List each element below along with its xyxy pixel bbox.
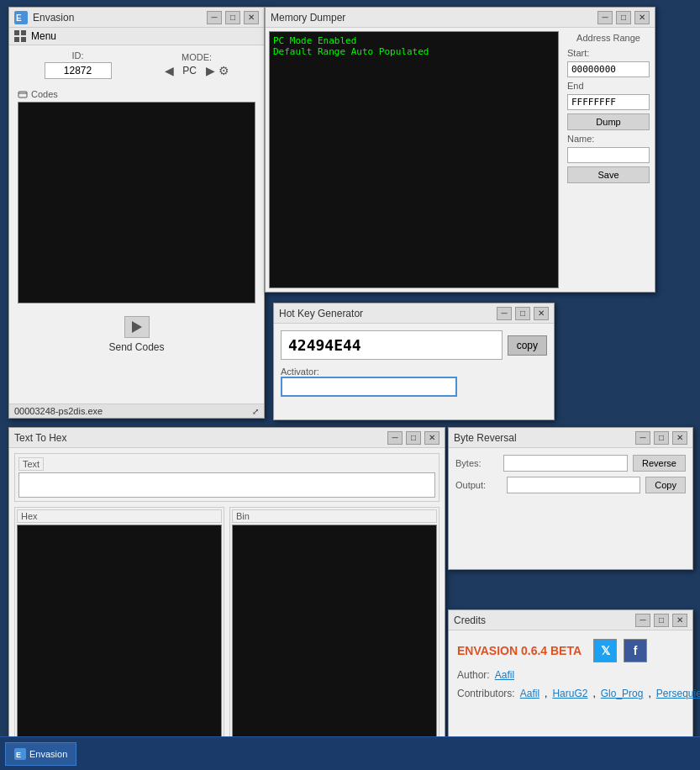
id-mode-row: ID: MODE: ◀ PC ▶ ⚙ [9, 45, 264, 84]
t2h-maximize[interactable]: □ [406, 431, 421, 445]
end-address-input[interactable] [567, 94, 650, 110]
credits-maximize[interactable]: □ [654, 614, 669, 627]
bytes-input[interactable] [503, 455, 628, 472]
reverse-button[interactable]: Reverse [633, 455, 686, 472]
codes-textarea[interactable] [18, 102, 255, 303]
t2h-hex-textarea[interactable] [17, 525, 222, 746]
output-input[interactable] [507, 477, 640, 493]
hotkey-maximize[interactable]: □ [515, 307, 530, 320]
send-codes-label: Send Codes [108, 341, 164, 353]
id-input[interactable] [45, 62, 112, 79]
credits-minimize[interactable]: ─ [635, 614, 650, 627]
hotkey-minimize[interactable]: ─ [497, 307, 512, 320]
mode-next-button[interactable]: ▶ [206, 64, 215, 77]
text-to-hex-title: Text To Hex [14, 432, 387, 444]
contrib2-link[interactable]: HaruG2 [552, 688, 587, 699]
br-close[interactable]: ✕ [672, 431, 687, 445]
mode-controls: ◀ PC ▶ ⚙ [165, 64, 229, 77]
br-maximize[interactable]: □ [654, 431, 669, 445]
envasion-icon: E [14, 11, 28, 24]
credits-close[interactable]: ✕ [672, 614, 687, 627]
credits-title: Credits [454, 614, 635, 626]
envasion-controls: ─ □ ✕ [207, 11, 259, 24]
play-icon [132, 321, 142, 333]
contrib4-link[interactable]: Persequie [656, 688, 700, 699]
envasion-menubar[interactable]: Menu [9, 28, 264, 45]
memory-dumper-minimize[interactable]: ─ [597, 11, 613, 24]
bytes-label: Bytes: [455, 458, 498, 468]
author-link[interactable]: Aafil [495, 669, 514, 681]
memory-output-display: PC Mode Enabled Default Range Auto Popul… [269, 31, 559, 288]
codes-icon [18, 89, 28, 99]
envasion-statusbar: 00003248-ps2dis.exe ⤢ [9, 403, 264, 418]
menu-label[interactable]: Menu [31, 30, 56, 42]
hotkey-close[interactable]: ✕ [534, 307, 549, 320]
facebook-icon[interactable]: f [624, 639, 647, 662]
save-button[interactable]: Save [567, 166, 650, 183]
envasion-title: Envasion [33, 12, 207, 24]
t2h-hex-section: Hex [14, 507, 224, 749]
t2h-text-label: Text [18, 457, 44, 471]
memory-dumper-title: Memory Dumper [271, 12, 597, 24]
envasion-close[interactable]: ✕ [244, 11, 259, 24]
envasion-titlebar[interactable]: E Envasion ─ □ ✕ [9, 8, 264, 28]
credits-titlebar[interactable]: Credits ─ □ ✕ [449, 610, 692, 630]
memory-dumper-close[interactable]: ✕ [634, 11, 650, 24]
byte-reversal-titlebar[interactable]: Byte Reversal ─ □ ✕ [449, 428, 692, 448]
text-to-hex-titlebar[interactable]: Text To Hex ─ □ ✕ [9, 428, 445, 448]
start-address-input[interactable] [567, 61, 650, 77]
author-row: Author: Aafil [457, 669, 684, 681]
hotkey-titlebar[interactable]: Hot Key Generator ─ □ ✕ [274, 303, 554, 324]
memory-content: PC Mode Enabled Default Range Auto Popul… [266, 28, 655, 292]
t2h-bin-textarea[interactable] [232, 525, 437, 746]
byte-reversal-content: Bytes: Reverse Output: Copy [449, 448, 692, 500]
contrib3-link[interactable]: Glo_Prog [601, 688, 644, 699]
dump-button[interactable]: Dump [567, 113, 650, 130]
envasion-minimize[interactable]: ─ [207, 11, 222, 24]
id-label: ID: [71, 50, 83, 61]
contrib-sep2: , [592, 688, 595, 699]
memory-dumper-titlebar[interactable]: Memory Dumper ─ □ ✕ [266, 8, 655, 28]
end-label: End [567, 81, 650, 91]
memory-settings-panel: Address Range Start: End Dump Name: Save [562, 28, 655, 292]
credits-controls: ─ □ ✕ [635, 614, 687, 627]
t2h-minimize[interactable]: ─ [387, 431, 403, 445]
name-label: Name: [567, 134, 650, 144]
hotkey-copy-button[interactable]: copy [508, 335, 547, 356]
copy-button[interactable]: Copy [645, 477, 686, 493]
mode-value: PC [177, 65, 203, 76]
hotkey-content: copy Activator: [274, 324, 554, 403]
credits-app-name: ENVASION 0.6.4 BETA [457, 644, 582, 657]
memory-output-area: PC Mode Enabled Default Range Auto Popul… [266, 28, 562, 292]
memory-output-line1: PC Mode Enabled [273, 35, 555, 46]
activator-label: Activator: [281, 367, 547, 377]
br-minimize[interactable]: ─ [635, 431, 650, 445]
hotkey-value-input[interactable] [281, 330, 503, 360]
hotkey-controls: ─ □ ✕ [497, 307, 549, 320]
t2h-bin-label: Bin [232, 509, 437, 523]
svg-text:E: E [16, 751, 21, 759]
id-group: ID: [45, 50, 112, 79]
hotkey-generator-window: Hot Key Generator ─ □ ✕ copy Activator: [273, 303, 555, 420]
contributors-label: Contributors: [457, 688, 515, 699]
credits-content: ENVASION 0.6.4 BETA 𝕏 f Author: Aafil Co… [449, 630, 692, 708]
t2h-content: Text Hex Bin [9, 448, 445, 754]
activator-input[interactable] [281, 377, 457, 397]
mode-prev-button[interactable]: ◀ [165, 64, 174, 77]
send-codes-area: Send Codes [9, 311, 264, 358]
contrib1-link[interactable]: Aafil [520, 688, 539, 699]
taskbar-envasion[interactable]: E Envasion [5, 742, 76, 766]
memory-dumper-window: Memory Dumper ─ □ ✕ PC Mode Enabled Defa… [265, 7, 655, 293]
twitter-icon[interactable]: 𝕏 [593, 639, 617, 662]
t2h-text-input[interactable] [18, 472, 435, 498]
t2h-bottom-row: Hex Bin [14, 507, 439, 749]
play-button[interactable] [124, 316, 150, 338]
name-input[interactable] [567, 147, 650, 163]
memory-dumper-maximize[interactable]: □ [616, 11, 631, 24]
statusbar-text: 00003248-ps2dis.exe [14, 406, 103, 416]
envasion-maximize[interactable]: □ [225, 11, 240, 24]
mode-settings-button[interactable]: ⚙ [218, 64, 229, 77]
t2h-close[interactable]: ✕ [424, 431, 439, 445]
output-row: Output: Copy [455, 477, 686, 493]
t2h-bin-section: Bin [229, 507, 439, 749]
